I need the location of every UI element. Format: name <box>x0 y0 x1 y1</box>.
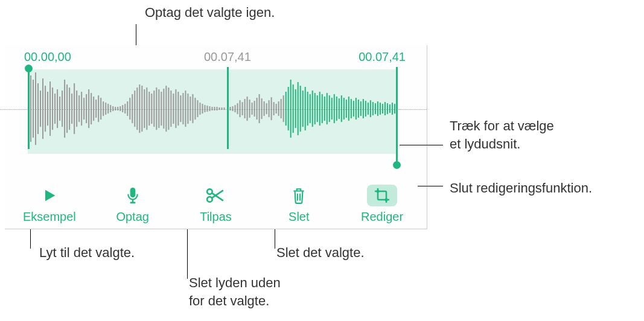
svg-rect-111 <box>300 86 301 132</box>
delete-label: Slet <box>289 210 309 224</box>
waveform-area[interactable] <box>5 69 427 154</box>
selection-handle-left[interactable] <box>28 67 30 149</box>
record-button[interactable]: Optag <box>103 185 163 224</box>
svg-rect-21 <box>78 95 80 122</box>
callout-end-edit: Slut redigeringsfunktion. <box>450 179 592 197</box>
svg-rect-114 <box>307 92 308 126</box>
svg-rect-18 <box>71 94 72 124</box>
svg-rect-73 <box>204 105 205 112</box>
svg-rect-13 <box>59 97 60 121</box>
audio-editor-panel: 00.00,00 00.07,41 00.07,41 <box>5 45 427 229</box>
svg-rect-148 <box>389 104 391 113</box>
svg-rect-48 <box>144 89 145 128</box>
svg-rect-29 <box>98 95 99 122</box>
svg-rect-92 <box>254 101 255 116</box>
svg-rect-60 <box>173 94 174 124</box>
trim-button[interactable]: Tilpas <box>185 185 246 224</box>
svg-rect-61 <box>175 89 176 128</box>
playhead[interactable] <box>227 67 229 149</box>
svg-rect-122 <box>327 93 328 124</box>
callout-trim-outside: Slet lyden udenfor det valgte. <box>189 274 281 310</box>
svg-rect-150 <box>394 104 395 113</box>
svg-rect-20 <box>76 91 77 127</box>
svg-rect-137 <box>363 99 364 118</box>
svg-rect-69 <box>194 98 196 119</box>
svg-rect-25 <box>88 89 89 128</box>
svg-rect-47 <box>141 86 142 132</box>
svg-rect-19 <box>74 83 75 134</box>
callout-line <box>400 145 443 145</box>
svg-rect-7 <box>45 86 46 132</box>
svg-rect-75 <box>209 106 210 111</box>
selection-handle-right[interactable] <box>396 67 398 167</box>
svg-rect-102 <box>278 101 279 116</box>
svg-rect-64 <box>182 93 183 124</box>
time-end-label: 00.07,41 <box>359 50 406 64</box>
svg-rect-105 <box>285 92 287 126</box>
svg-rect-26 <box>91 93 92 124</box>
svg-rect-91 <box>252 103 253 115</box>
svg-rect-121 <box>324 97 325 121</box>
svg-rect-51 <box>151 94 152 124</box>
svg-rect-30 <box>100 98 101 119</box>
svg-rect-42 <box>129 98 130 119</box>
svg-rect-58 <box>168 87 169 130</box>
svg-rect-108 <box>293 84 294 133</box>
delete-button[interactable]: Slet <box>269 185 329 224</box>
svg-rect-5 <box>40 91 41 127</box>
svg-rect-6 <box>42 78 43 139</box>
preview-button[interactable]: Eksempel <box>19 185 80 224</box>
svg-rect-74 <box>206 106 208 112</box>
svg-rect-93 <box>257 98 258 119</box>
svg-rect-138 <box>365 101 366 116</box>
edit-button[interactable]: Rediger <box>352 185 412 224</box>
callout-line <box>275 229 275 249</box>
svg-rect-109 <box>295 89 296 128</box>
svg-rect-90 <box>249 100 250 118</box>
svg-rect-82 <box>230 107 231 110</box>
svg-rect-24 <box>86 94 87 123</box>
edit-label: Rediger <box>361 210 403 224</box>
svg-rect-2 <box>33 80 34 138</box>
svg-rect-106 <box>288 87 289 130</box>
svg-rect-146 <box>384 102 386 115</box>
svg-rect-149 <box>392 103 393 115</box>
svg-rect-98 <box>269 100 270 117</box>
trash-icon <box>291 186 307 205</box>
svg-rect-53 <box>156 87 157 130</box>
svg-rect-39 <box>122 105 123 112</box>
svg-rect-72 <box>202 104 203 113</box>
waveform-icon <box>28 69 397 148</box>
svg-rect-125 <box>334 94 335 123</box>
svg-rect-4 <box>37 83 39 134</box>
svg-rect-119 <box>319 92 320 126</box>
svg-rect-23 <box>83 98 84 119</box>
time-start-label: 00.00,00 <box>24 50 71 64</box>
svg-rect-120 <box>322 94 323 123</box>
svg-rect-95 <box>261 98 263 119</box>
svg-rect-136 <box>360 101 362 116</box>
svg-rect-104 <box>283 95 284 122</box>
svg-rect-143 <box>377 101 378 116</box>
svg-rect-147 <box>387 103 388 114</box>
svg-rect-131 <box>348 97 349 121</box>
svg-rect-142 <box>375 103 376 114</box>
svg-rect-86 <box>240 100 241 117</box>
svg-rect-94 <box>259 94 260 123</box>
svg-rect-11 <box>54 94 56 124</box>
svg-rect-88 <box>244 99 246 118</box>
svg-rect-57 <box>165 86 167 132</box>
svg-rect-87 <box>242 102 243 115</box>
svg-rect-112 <box>302 91 304 127</box>
svg-rect-139 <box>368 103 369 115</box>
svg-rect-37 <box>117 107 118 110</box>
svg-rect-9 <box>49 81 51 136</box>
svg-rect-40 <box>124 104 126 113</box>
microphone-icon <box>125 186 141 205</box>
svg-rect-50 <box>148 92 150 126</box>
svg-rect-84 <box>235 105 236 112</box>
svg-rect-22 <box>81 92 82 126</box>
svg-rect-62 <box>177 92 179 126</box>
callout-listen: Lyt til det valgte. <box>39 244 135 262</box>
svg-rect-100 <box>273 102 275 115</box>
